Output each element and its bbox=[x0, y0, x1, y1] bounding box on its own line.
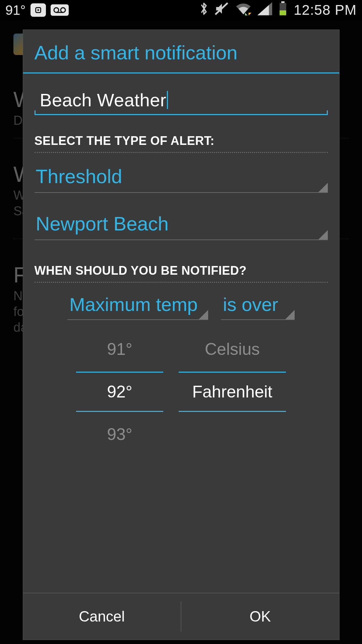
picker-value-above: 91° bbox=[76, 330, 163, 368]
svg-marker-9 bbox=[257, 5, 269, 15]
comparator-spinner[interactable]: is over bbox=[221, 290, 295, 320]
dropdown-triangle-icon bbox=[199, 310, 208, 319]
play-store-icon bbox=[31, 3, 46, 17]
alert-type-spinner[interactable]: Threshold bbox=[35, 160, 328, 193]
dialog-button-bar: Cancel OK bbox=[23, 593, 339, 640]
voicemail-icon bbox=[51, 4, 69, 16]
dropdown-triangle-icon bbox=[318, 183, 328, 192]
battery-icon bbox=[278, 1, 288, 19]
modal-overlay: Add a smart notification Beach Weather S… bbox=[0, 20, 362, 644]
svg-marker-6 bbox=[245, 13, 248, 15]
signal-icon bbox=[257, 2, 272, 18]
dialog-title: Add a smart notification bbox=[23, 30, 339, 73]
ok-button[interactable]: OK bbox=[181, 593, 339, 640]
svg-marker-7 bbox=[249, 13, 251, 15]
status-clock: 12:58 PM bbox=[294, 2, 357, 18]
bluetooth-icon bbox=[199, 1, 208, 19]
location-value: Newport Beach bbox=[35, 208, 328, 239]
section-alert-type-label: SELECT THE TYPE OF ALERT: bbox=[35, 134, 328, 153]
status-temp: 91° bbox=[5, 3, 26, 18]
metric-value: Maximum temp bbox=[67, 290, 208, 319]
comparator-value: is over bbox=[221, 290, 295, 319]
mute-icon bbox=[215, 1, 229, 19]
section-when-label: WHEN SHOULD YOU BE NOTIFIED? bbox=[35, 264, 328, 283]
cancel-button[interactable]: Cancel bbox=[23, 593, 181, 640]
svg-rect-12 bbox=[280, 10, 286, 15]
unit-picker[interactable]: Celsius Fahrenheit bbox=[179, 330, 286, 453]
location-spinner[interactable]: Newport Beach bbox=[35, 208, 328, 240]
text-cursor bbox=[167, 91, 168, 109]
dropdown-triangle-icon bbox=[285, 310, 295, 319]
status-bar: 91° 12:58 PM bbox=[0, 0, 362, 20]
picker-value-above: Celsius bbox=[179, 330, 286, 368]
picker-value-selected: 92° bbox=[76, 372, 163, 412]
svg-point-3 bbox=[61, 8, 65, 12]
svg-point-2 bbox=[54, 8, 59, 12]
svg-marker-1 bbox=[38, 9, 40, 11]
temperature-picker[interactable]: 91° 92° 93° bbox=[76, 330, 163, 453]
notification-name-input[interactable]: Beach Weather bbox=[35, 87, 328, 115]
picker-value-below: 93° bbox=[76, 415, 163, 453]
wifi-icon bbox=[235, 2, 251, 18]
picker-value-below bbox=[179, 415, 286, 434]
alert-type-value: Threshold bbox=[35, 160, 328, 192]
dropdown-triangle-icon bbox=[318, 230, 328, 239]
notification-name-value: Beach Weather bbox=[40, 90, 167, 110]
svg-rect-10 bbox=[281, 1, 285, 3]
add-notification-dialog: Add a smart notification Beach Weather S… bbox=[23, 30, 340, 640]
picker-value-selected: Fahrenheit bbox=[179, 372, 286, 412]
metric-spinner[interactable]: Maximum temp bbox=[67, 290, 208, 320]
